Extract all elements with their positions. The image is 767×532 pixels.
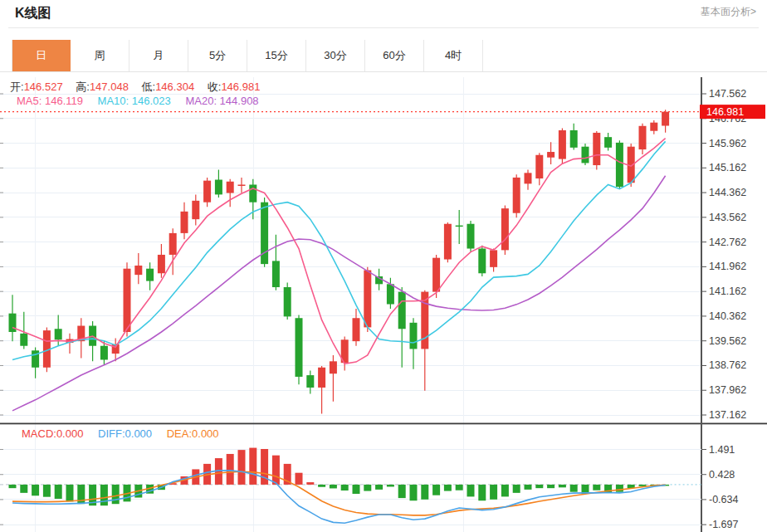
tab-period-6[interactable]: 60分 <box>365 40 424 71</box>
svg-text:1.491: 1.491 <box>709 444 735 456</box>
tab-period-7[interactable]: 4时 <box>424 40 483 71</box>
price-axis: 147.562146.762145.962145.162144.362143.5… <box>701 77 746 532</box>
kline-page: K线图 基本面分析> 日周月5分15分30分60分4时 147.562146.7… <box>0 0 767 532</box>
tab-period-5[interactable]: 30分 <box>306 40 365 71</box>
svg-text:-1.697: -1.697 <box>709 519 738 530</box>
tabs-underline <box>0 71 767 72</box>
svg-text:141.162: 141.162 <box>709 286 746 297</box>
ma5-legend: MA5: 146.119 <box>17 95 83 107</box>
panel-divider <box>0 423 767 425</box>
svg-text:145.162: 145.162 <box>709 162 746 173</box>
header-divider <box>8 27 759 28</box>
svg-text:137.162: 137.162 <box>709 409 746 421</box>
macd-value-legend: MACD:0.000 <box>22 427 83 440</box>
svg-text:141.962: 141.962 <box>709 261 746 272</box>
macd-gridlines: 1.4910.428-0.634-1.697 <box>0 444 738 531</box>
diff-value-legend: DIFF:0.000 <box>98 427 152 440</box>
high-label: 高: <box>76 81 90 93</box>
svg-text:-0.634: -0.634 <box>709 494 738 505</box>
svg-text:146.762: 146.762 <box>709 113 746 124</box>
close-label: 收: <box>208 81 222 93</box>
page-title: K线图 <box>15 5 51 22</box>
svg-text:137.962: 137.962 <box>709 384 746 396</box>
svg-text:144.362: 144.362 <box>709 187 746 198</box>
current-price-badge: 146.981 <box>700 105 765 119</box>
dea-value-legend: DEA:0.000 <box>167 427 219 440</box>
tab-period-1[interactable]: 周 <box>71 40 129 71</box>
low-value: 146.304 <box>155 81 194 93</box>
svg-text:143.562: 143.562 <box>709 212 746 223</box>
svg-text:145.962: 145.962 <box>709 138 746 149</box>
diff-line <box>12 471 666 523</box>
high-value: 147.048 <box>90 81 129 93</box>
svg-text:140.362: 140.362 <box>709 310 746 322</box>
open-value: 146.527 <box>24 81 63 93</box>
svg-text:0.428: 0.428 <box>709 469 735 481</box>
candles[interactable] <box>9 110 670 413</box>
tab-period-3[interactable]: 5分 <box>188 40 247 71</box>
macd-legend: MACD:0.000 DIFF:0.000 DEA:0.000 <box>22 427 231 440</box>
ohlc-legend: 开:146.527 高:147.048 低:146.304 收:146.981 <box>10 80 270 95</box>
ma10-line <box>12 141 666 359</box>
close-value: 146.981 <box>221 81 260 93</box>
open-label: 开: <box>10 81 24 93</box>
tab-period-0[interactable]: 日 <box>12 40 71 71</box>
fundamental-analysis-link[interactable]: 基本面分析> <box>701 5 756 19</box>
vertical-gridlines <box>35 77 463 532</box>
price-gridlines <box>0 94 701 415</box>
ma20-line <box>12 176 666 411</box>
ma5-line <box>12 139 666 364</box>
macd-histogram[interactable] <box>9 448 670 506</box>
svg-text:138.762: 138.762 <box>709 359 746 371</box>
ma10-legend: MA10: 146.023 <box>98 95 171 107</box>
svg-text:147.562: 147.562 <box>709 88 746 100</box>
ma20-legend: MA20: 144.908 <box>185 95 258 107</box>
low-label: 低: <box>142 81 156 93</box>
period-tabs: 日周月5分15分30分60分4时 <box>12 40 483 71</box>
svg-text:146.981: 146.981 <box>706 106 744 118</box>
dea-line <box>12 471 666 515</box>
tab-period-2[interactable]: 月 <box>129 40 188 71</box>
ma-legend: MA5: 146.119 MA10: 146.023 MA20: 144.908 <box>17 95 271 107</box>
tab-period-4[interactable]: 15分 <box>247 40 306 71</box>
svg-text:139.562: 139.562 <box>709 335 746 347</box>
svg-text:142.762: 142.762 <box>709 237 746 248</box>
